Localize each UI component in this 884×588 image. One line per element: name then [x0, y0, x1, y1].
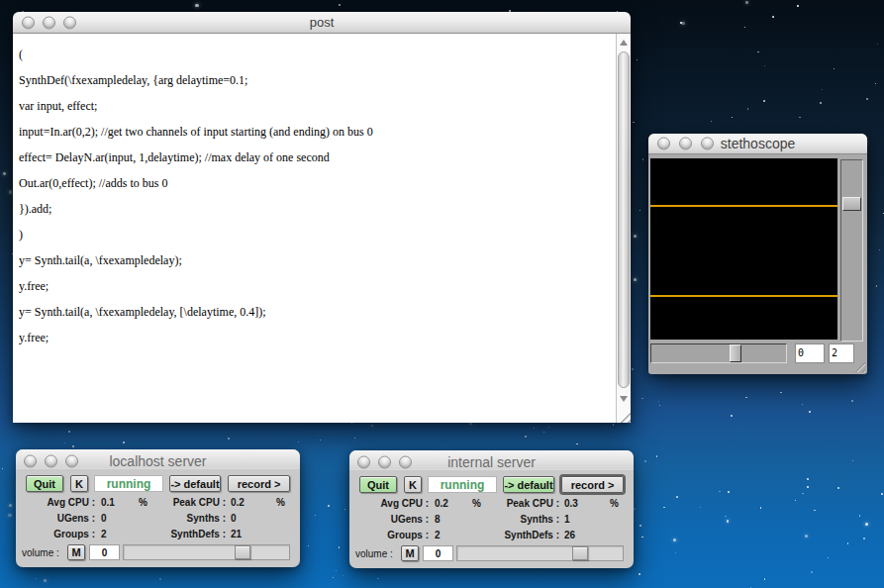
synths-value: 1 [564, 512, 570, 528]
minimize-button[interactable] [45, 454, 57, 467]
window-title: internal server [447, 454, 536, 470]
close-button[interactable] [24, 454, 37, 467]
synthdefs-value: 26 [564, 528, 575, 543]
post-titlebar[interactable]: post [13, 12, 631, 34]
localhost-titlebar[interactable]: localhost server [16, 449, 300, 469]
record-button[interactable]: record > [561, 476, 624, 493]
peak-cpu-label: Peak CPU : [464, 496, 559, 512]
quit-button[interactable]: Quit [26, 475, 63, 492]
localhost-server-window: localhost server Quit K running -> defau… [16, 449, 300, 567]
peak-cpu-value: 0.2 [231, 495, 245, 511]
volume-slider[interactable] [456, 545, 624, 561]
horizontal-slider-thumb[interactable] [730, 344, 741, 362]
groups-label: Groups : [16, 527, 95, 542]
internal-titlebar[interactable]: internal server [349, 450, 634, 470]
groups-label: Groups : [349, 528, 429, 543]
avg-cpu-value: 0.2 [435, 496, 448, 512]
mute-button[interactable]: M [67, 544, 85, 560]
volume-slider-thumb[interactable] [235, 545, 250, 559]
stethoscope-titlebar[interactable]: stethoscope [648, 134, 867, 154]
ugens-label: UGens : [16, 511, 95, 527]
server-status: running [428, 476, 497, 493]
zoom-button[interactable] [701, 138, 714, 150]
zoom-button[interactable] [65, 454, 78, 467]
peak-cpu-label: Peak CPU : [131, 495, 226, 511]
groups-value: 2 [435, 528, 441, 543]
window-title: localhost server [109, 453, 206, 469]
k-button[interactable]: K [404, 476, 422, 493]
window-controls [657, 138, 714, 150]
vertical-slider-thumb[interactable] [842, 197, 861, 211]
code-editor[interactable]: ( SynthDef(\fxexampledelay, {arg delayti… [13, 34, 616, 423]
window-title: stethoscope [721, 136, 796, 151]
synthdefs-value: 21 [231, 527, 242, 542]
quit-button[interactable]: Quit [359, 476, 397, 493]
channel-1-trace [650, 205, 837, 207]
window-title: post [310, 15, 335, 30]
peak-cpu-value: 0.3 [564, 496, 578, 512]
percent-sign: % [276, 495, 285, 511]
volume-label: volume : [22, 547, 59, 558]
server-stats: Avg CPU : 0.1 % Peak CPU : 0.2 % UGens :… [16, 495, 300, 542]
window-controls [22, 16, 76, 29]
window-controls [357, 455, 412, 468]
post-content: ( SynthDef(\fxexampledelay, {arg delayti… [13, 34, 631, 423]
ugens-value: 8 [435, 512, 441, 528]
avg-cpu-label: Avg CPU : [16, 495, 95, 511]
ugens-value: 0 [101, 511, 107, 527]
synthdefs-label: SynthDefs : [131, 527, 226, 542]
make-default-button[interactable]: -> default [503, 476, 554, 493]
mute-button[interactable]: M [401, 545, 419, 561]
percent-sign: % [610, 496, 619, 512]
close-button[interactable] [22, 16, 35, 29]
make-default-button[interactable]: -> default [169, 475, 221, 492]
post-window: post ( SynthDef(\fxexampledelay, {arg de… [13, 12, 631, 423]
start-index-numbox[interactable]: 0 [795, 343, 825, 363]
groups-value: 2 [101, 527, 107, 542]
ugens-label: UGens : [349, 512, 429, 528]
minimize-button[interactable] [378, 455, 391, 468]
server-stats: Avg CPU : 0.2 % Peak CPU : 0.3 % UGens :… [349, 496, 634, 543]
record-button[interactable]: record > [228, 475, 290, 492]
oscilloscope-display [650, 158, 837, 340]
minimize-button[interactable] [43, 16, 55, 29]
zoom-button[interactable] [63, 16, 76, 29]
volume-numbox[interactable]: 0 [423, 545, 453, 561]
channel-2-trace [650, 295, 837, 297]
minimize-button[interactable] [679, 138, 692, 150]
volume-slider[interactable] [123, 544, 290, 560]
zoom-horizontal-slider[interactable] [650, 343, 787, 363]
volume-numbox[interactable]: 0 [89, 544, 120, 560]
volume-slider-thumb[interactable] [572, 546, 588, 560]
internal-server-window: internal server Quit K running -> defaul… [349, 450, 634, 568]
k-button[interactable]: K [70, 475, 88, 492]
resize-grip-icon[interactable] [850, 358, 865, 372]
resize-grip-icon[interactable] [616, 409, 631, 423]
close-button[interactable] [357, 455, 370, 468]
volume-label: volume : [355, 548, 393, 559]
avg-cpu-label: Avg CPU : [349, 496, 429, 512]
scroll-down-arrow-icon[interactable] [617, 391, 631, 407]
synths-label: Synths : [464, 512, 559, 528]
synths-label: Synths : [131, 511, 226, 527]
stethoscope-window: stethoscope 0 2 [648, 134, 867, 374]
scroll-up-arrow-icon[interactable] [617, 35, 631, 50]
close-button[interactable] [657, 138, 670, 150]
window-controls [24, 454, 78, 467]
scrollbar-thumb[interactable] [618, 51, 630, 388]
scrollbar[interactable] [616, 34, 631, 423]
avg-cpu-value: 0.1 [101, 495, 115, 511]
zoom-button[interactable] [399, 455, 412, 468]
synths-value: 0 [231, 511, 237, 527]
zoom-vertical-slider[interactable] [840, 159, 863, 342]
synthdefs-label: SynthDefs : [464, 528, 559, 543]
server-status: running [94, 475, 163, 492]
